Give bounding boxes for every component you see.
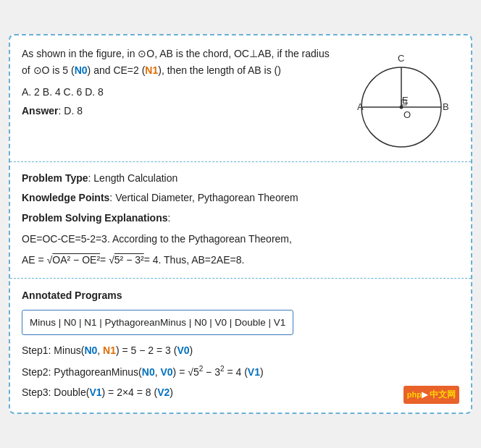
top-section: As shown in the figure, in ⊙O, AB is the… [10,35,471,162]
n0-highlight: N0 [75,64,88,76]
svg-text:C: C [398,53,404,64]
step1-end: ) [190,345,193,356]
svg-text:B: B [443,101,449,112]
choices: A. 2 B. 4 C. 6 D. 8 [22,84,336,100]
text-part3: ), then the length of AB is () [158,64,281,76]
bottom-section: Annotated Programs Minus | N0 | N1 | Pyt… [10,279,471,413]
diagram: A B C E O [343,46,459,154]
step3-line: Step3: Double(V1) = 2×4 = 8 (V2) php▶ 中文… [22,383,459,402]
problem-statement: As shown in the figure, in ⊙O, AB is the… [22,46,336,78]
answer-line: Answer: D. 8 [22,103,336,119]
main-card: As shown in the figure, in ⊙O, AB is the… [9,34,472,414]
step1-prefix: Step1: Minus( [22,345,84,356]
solving-label-line: Problem Solving Explanations: [22,209,459,227]
sqrt-content2: 5² − 3² [114,254,144,266]
step3-end: ) [170,386,173,398]
step2-prefix: Step2: PythagoreanMinus( [22,366,142,378]
step1-suffix: ) = 5 − 2 = 3 ( [116,345,177,356]
program-box: Minus | N0 | N1 | PythagoreanMinus | N0 … [22,310,293,336]
solving-label: Problem Solving Explanations [22,212,167,224]
step3-v2: V2 [157,386,170,398]
step2-suffix: ) = √52 − 32 = 4 ( [173,366,248,378]
step2-n0: N0 [142,366,155,378]
problem-text: As shown in the figure, in ⊙O, AB is the… [22,46,336,154]
php-text: 中文网 [430,389,456,400]
problem-type-label: Problem Type [22,172,88,184]
explanation1: OE=OC-CE=5-2=3. According to the Pythago… [22,230,459,248]
knowledge-label: Knowledge Points [22,192,109,203]
step3-suffix: ) = 2×4 = 8 ( [102,386,158,398]
step2-v0: V0 [160,366,172,378]
svg-point-7 [400,106,403,109]
problem-type-value: Length Calculation [93,172,177,184]
step1-comma: , [97,345,103,356]
answer-label: Answer [22,105,59,117]
middle-section: Problem Type: Length Calculation Knowled… [10,162,471,279]
svg-text:A: A [357,101,364,112]
step2-line: Step2: PythagoreanMinus(N0, V0) = √52 − … [22,362,459,381]
knowledge-line: Knowledge Points: Vertical Diameter, Pyt… [22,189,459,207]
step1-n1: N1 [103,345,116,356]
annotated-title: Annotated Programs [22,286,459,305]
php-label: php [407,390,422,399]
step2-end: ) [260,366,264,378]
sqrt-content: OA² − OE² [52,254,100,266]
answer-value: D. 8 [64,105,83,117]
step2-v1: V1 [248,366,260,378]
step1-n0: N0 [84,345,97,356]
text-part2: ) and CE=2 ( [88,64,146,76]
step3-prefix: Step3: Double( [22,386,89,398]
circle-diagram: A B C E O [347,46,456,154]
step3-v1: V1 [89,386,101,398]
step1-v0: V0 [177,345,189,356]
problem-type-line: Problem Type: Length Calculation [22,169,459,187]
php-badge: php▶ 中文网 [403,386,459,404]
explanation2: AE = √OA² − OE²= √5² − 3²= 4. Thus, AB=2… [22,251,459,269]
knowledge-value: Vertical Diameter, Pythagorean Theorem [115,192,298,203]
n1-highlight: N1 [145,64,158,76]
svg-text:O: O [403,109,411,120]
step1-line: Step1: Minus(N0, N1) = 5 − 2 = 3 (V0) [22,341,459,360]
